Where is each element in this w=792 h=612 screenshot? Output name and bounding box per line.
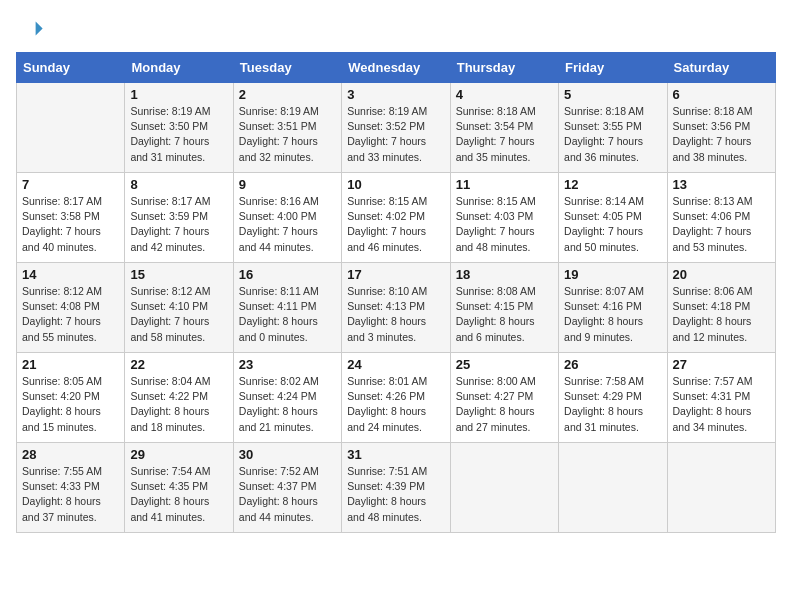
calendar-cell: 21Sunrise: 8:05 AMSunset: 4:20 PMDayligh… xyxy=(17,353,125,443)
calendar-cell: 15Sunrise: 8:12 AMSunset: 4:10 PMDayligh… xyxy=(125,263,233,353)
calendar-cell: 16Sunrise: 8:11 AMSunset: 4:11 PMDayligh… xyxy=(233,263,341,353)
day-number: 5 xyxy=(564,87,661,102)
calendar-cell xyxy=(17,83,125,173)
logo xyxy=(16,16,48,44)
calendar-cell: 13Sunrise: 8:13 AMSunset: 4:06 PMDayligh… xyxy=(667,173,775,263)
day-info: Sunrise: 8:12 AMSunset: 4:10 PMDaylight:… xyxy=(130,284,227,345)
calendar-cell: 8Sunrise: 8:17 AMSunset: 3:59 PMDaylight… xyxy=(125,173,233,263)
day-info: Sunrise: 8:10 AMSunset: 4:13 PMDaylight:… xyxy=(347,284,444,345)
day-info: Sunrise: 8:13 AMSunset: 4:06 PMDaylight:… xyxy=(673,194,770,255)
header-tuesday: Tuesday xyxy=(233,53,341,83)
day-number: 16 xyxy=(239,267,336,282)
calendar-header-row: SundayMondayTuesdayWednesdayThursdayFrid… xyxy=(17,53,776,83)
calendar-cell xyxy=(559,443,667,533)
day-info: Sunrise: 7:58 AMSunset: 4:29 PMDaylight:… xyxy=(564,374,661,435)
calendar-cell: 12Sunrise: 8:14 AMSunset: 4:05 PMDayligh… xyxy=(559,173,667,263)
day-info: Sunrise: 8:08 AMSunset: 4:15 PMDaylight:… xyxy=(456,284,553,345)
calendar-week-3: 14Sunrise: 8:12 AMSunset: 4:08 PMDayligh… xyxy=(17,263,776,353)
header-sunday: Sunday xyxy=(17,53,125,83)
day-number: 12 xyxy=(564,177,661,192)
day-info: Sunrise: 8:02 AMSunset: 4:24 PMDaylight:… xyxy=(239,374,336,435)
day-info: Sunrise: 8:06 AMSunset: 4:18 PMDaylight:… xyxy=(673,284,770,345)
calendar-cell: 30Sunrise: 7:52 AMSunset: 4:37 PMDayligh… xyxy=(233,443,341,533)
day-number: 7 xyxy=(22,177,119,192)
calendar-cell xyxy=(450,443,558,533)
header-saturday: Saturday xyxy=(667,53,775,83)
calendar-week-5: 28Sunrise: 7:55 AMSunset: 4:33 PMDayligh… xyxy=(17,443,776,533)
day-number: 2 xyxy=(239,87,336,102)
day-number: 18 xyxy=(456,267,553,282)
day-number: 14 xyxy=(22,267,119,282)
day-info: Sunrise: 8:18 AMSunset: 3:56 PMDaylight:… xyxy=(673,104,770,165)
calendar-cell: 3Sunrise: 8:19 AMSunset: 3:52 PMDaylight… xyxy=(342,83,450,173)
day-info: Sunrise: 8:19 AMSunset: 3:51 PMDaylight:… xyxy=(239,104,336,165)
day-number: 4 xyxy=(456,87,553,102)
day-info: Sunrise: 7:52 AMSunset: 4:37 PMDaylight:… xyxy=(239,464,336,525)
calendar-cell: 6Sunrise: 8:18 AMSunset: 3:56 PMDaylight… xyxy=(667,83,775,173)
calendar-cell: 20Sunrise: 8:06 AMSunset: 4:18 PMDayligh… xyxy=(667,263,775,353)
day-number: 20 xyxy=(673,267,770,282)
calendar-cell: 10Sunrise: 8:15 AMSunset: 4:02 PMDayligh… xyxy=(342,173,450,263)
day-info: Sunrise: 8:15 AMSunset: 4:02 PMDaylight:… xyxy=(347,194,444,255)
calendar-cell: 18Sunrise: 8:08 AMSunset: 4:15 PMDayligh… xyxy=(450,263,558,353)
calendar-cell: 9Sunrise: 8:16 AMSunset: 4:00 PMDaylight… xyxy=(233,173,341,263)
day-info: Sunrise: 8:15 AMSunset: 4:03 PMDaylight:… xyxy=(456,194,553,255)
header-friday: Friday xyxy=(559,53,667,83)
calendar-cell: 29Sunrise: 7:54 AMSunset: 4:35 PMDayligh… xyxy=(125,443,233,533)
day-number: 19 xyxy=(564,267,661,282)
day-info: Sunrise: 8:17 AMSunset: 3:58 PMDaylight:… xyxy=(22,194,119,255)
calendar-cell: 19Sunrise: 8:07 AMSunset: 4:16 PMDayligh… xyxy=(559,263,667,353)
calendar-cell: 7Sunrise: 8:17 AMSunset: 3:58 PMDaylight… xyxy=(17,173,125,263)
day-number: 13 xyxy=(673,177,770,192)
header-monday: Monday xyxy=(125,53,233,83)
day-info: Sunrise: 8:11 AMSunset: 4:11 PMDaylight:… xyxy=(239,284,336,345)
day-info: Sunrise: 8:18 AMSunset: 3:55 PMDaylight:… xyxy=(564,104,661,165)
calendar-cell: 27Sunrise: 7:57 AMSunset: 4:31 PMDayligh… xyxy=(667,353,775,443)
day-info: Sunrise: 8:04 AMSunset: 4:22 PMDaylight:… xyxy=(130,374,227,435)
day-number: 9 xyxy=(239,177,336,192)
day-info: Sunrise: 8:01 AMSunset: 4:26 PMDaylight:… xyxy=(347,374,444,435)
day-number: 15 xyxy=(130,267,227,282)
calendar-week-4: 21Sunrise: 8:05 AMSunset: 4:20 PMDayligh… xyxy=(17,353,776,443)
day-number: 1 xyxy=(130,87,227,102)
day-number: 27 xyxy=(673,357,770,372)
day-number: 3 xyxy=(347,87,444,102)
day-number: 6 xyxy=(673,87,770,102)
day-number: 30 xyxy=(239,447,336,462)
day-number: 21 xyxy=(22,357,119,372)
day-info: Sunrise: 8:12 AMSunset: 4:08 PMDaylight:… xyxy=(22,284,119,345)
day-info: Sunrise: 8:14 AMSunset: 4:05 PMDaylight:… xyxy=(564,194,661,255)
day-info: Sunrise: 8:07 AMSunset: 4:16 PMDaylight:… xyxy=(564,284,661,345)
day-number: 28 xyxy=(22,447,119,462)
day-info: Sunrise: 8:19 AMSunset: 3:50 PMDaylight:… xyxy=(130,104,227,165)
header-wednesday: Wednesday xyxy=(342,53,450,83)
day-info: Sunrise: 7:57 AMSunset: 4:31 PMDaylight:… xyxy=(673,374,770,435)
calendar-cell: 31Sunrise: 7:51 AMSunset: 4:39 PMDayligh… xyxy=(342,443,450,533)
header-thursday: Thursday xyxy=(450,53,558,83)
day-info: Sunrise: 7:51 AMSunset: 4:39 PMDaylight:… xyxy=(347,464,444,525)
calendar-cell: 23Sunrise: 8:02 AMSunset: 4:24 PMDayligh… xyxy=(233,353,341,443)
calendar-cell: 26Sunrise: 7:58 AMSunset: 4:29 PMDayligh… xyxy=(559,353,667,443)
day-number: 23 xyxy=(239,357,336,372)
day-number: 24 xyxy=(347,357,444,372)
day-info: Sunrise: 8:00 AMSunset: 4:27 PMDaylight:… xyxy=(456,374,553,435)
calendar-week-1: 1Sunrise: 8:19 AMSunset: 3:50 PMDaylight… xyxy=(17,83,776,173)
calendar-cell: 4Sunrise: 8:18 AMSunset: 3:54 PMDaylight… xyxy=(450,83,558,173)
calendar-cell: 5Sunrise: 8:18 AMSunset: 3:55 PMDaylight… xyxy=(559,83,667,173)
day-number: 31 xyxy=(347,447,444,462)
svg-marker-0 xyxy=(36,22,43,36)
header xyxy=(16,16,776,44)
logo-icon xyxy=(16,16,44,44)
day-number: 26 xyxy=(564,357,661,372)
day-info: Sunrise: 8:18 AMSunset: 3:54 PMDaylight:… xyxy=(456,104,553,165)
day-info: Sunrise: 7:55 AMSunset: 4:33 PMDaylight:… xyxy=(22,464,119,525)
calendar-cell: 11Sunrise: 8:15 AMSunset: 4:03 PMDayligh… xyxy=(450,173,558,263)
calendar-cell: 28Sunrise: 7:55 AMSunset: 4:33 PMDayligh… xyxy=(17,443,125,533)
calendar-cell xyxy=(667,443,775,533)
calendar-cell: 1Sunrise: 8:19 AMSunset: 3:50 PMDaylight… xyxy=(125,83,233,173)
day-number: 11 xyxy=(456,177,553,192)
day-info: Sunrise: 8:05 AMSunset: 4:20 PMDaylight:… xyxy=(22,374,119,435)
calendar-cell: 2Sunrise: 8:19 AMSunset: 3:51 PMDaylight… xyxy=(233,83,341,173)
day-number: 17 xyxy=(347,267,444,282)
day-info: Sunrise: 8:17 AMSunset: 3:59 PMDaylight:… xyxy=(130,194,227,255)
